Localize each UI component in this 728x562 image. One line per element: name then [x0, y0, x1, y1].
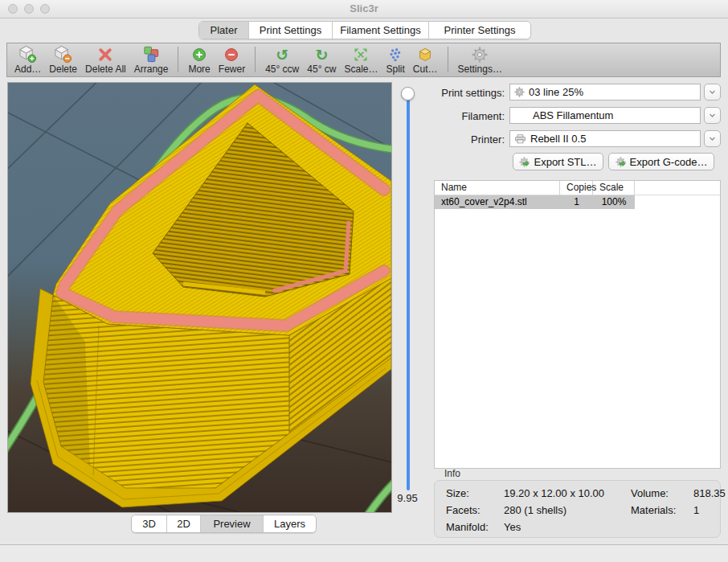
volume-value: 818.35 [693, 487, 726, 499]
info-section-title: Info [444, 468, 460, 479]
manifold-label: Manifold: [446, 521, 504, 533]
materials-value: 1 [693, 504, 726, 516]
object-copies-cell: 1 [560, 195, 593, 209]
status-bar [0, 545, 728, 562]
print-settings-label: Print settings: [434, 84, 505, 101]
viewport-3d[interactable] [8, 83, 391, 512]
object-scale-cell: 100% [593, 195, 635, 209]
scale-icon [353, 45, 369, 64]
scale-button[interactable]: Scale… [340, 43, 382, 75]
printer-combo[interactable]: Rebell II 0.5 [509, 130, 701, 147]
materials-label: Materials: [631, 504, 693, 516]
chevron-down-icon [707, 87, 718, 97]
more-button[interactable]: More [184, 43, 214, 75]
split-button[interactable]: Split [382, 43, 408, 75]
split-icon [387, 45, 403, 64]
toolbar-separator [448, 47, 448, 72]
view-mode-tabs: 3D 2D Preview Layers [131, 515, 317, 533]
printer-label: Printer: [434, 131, 505, 148]
more-icon [191, 45, 207, 64]
printer-icon [514, 134, 526, 144]
column-header-name[interactable]: Name [435, 181, 560, 195]
window-title: Slic3r [0, 0, 728, 18]
cut-icon [417, 45, 433, 64]
column-header-copies[interactable]: Copies [560, 181, 593, 195]
chevron-down-icon [707, 110, 718, 121]
column-header-scale[interactable]: Scale [593, 181, 635, 195]
size-label: Size: [446, 487, 504, 499]
arrange-button[interactable]: Arrange [130, 43, 173, 75]
filament-dropdown-button[interactable] [704, 107, 721, 124]
volume-label: Volume: [631, 487, 693, 499]
tab-plater[interactable]: Plater [199, 22, 249, 39]
object-name-cell: xt60_cover_v2p4.stl [435, 195, 560, 209]
view-tab-layers[interactable]: Layers [264, 515, 316, 532]
facets-label: Facets: [446, 504, 504, 516]
layer-slider-value: 9.95 [391, 492, 424, 504]
export-icon [616, 157, 626, 167]
cut-button[interactable]: Cut… [409, 43, 442, 75]
layer-slider-knob[interactable] [401, 87, 415, 101]
title-bar: Slic3r [0, 0, 728, 18]
toolbar-separator [178, 47, 178, 72]
fewer-icon [223, 45, 239, 64]
tab-filament-settings[interactable]: Filament Settings [333, 22, 429, 39]
tab-print-settings[interactable]: Print Settings [249, 22, 333, 39]
viewport-3d-canvas[interactable] [8, 83, 391, 512]
view-tab-2d[interactable]: 2D [167, 515, 201, 532]
filament-label: Filament: [434, 108, 505, 125]
plater-toolbar: Add… Delete Delete All Arrange More [6, 43, 721, 77]
settings-icon [472, 45, 488, 64]
add-button[interactable]: Add… [10, 43, 45, 75]
delete-all-icon [97, 45, 113, 64]
rotate-cw-button[interactable]: ↻ 45° cw [303, 43, 340, 75]
tab-printer-settings[interactable]: Printer Settings [429, 22, 530, 39]
rotate-ccw-button[interactable]: ↺ 45° ccw [261, 43, 303, 75]
table-row[interactable]: xt60_cover_v2p4.stl 1 100% [435, 195, 720, 209]
arrange-icon [142, 45, 161, 64]
gear-icon [514, 87, 525, 97]
rotate-cw-icon: ↻ [315, 45, 328, 64]
filament-combo[interactable]: ABS Fillamentum [509, 107, 701, 124]
export-gcode-button[interactable]: Export G-code… [608, 153, 714, 170]
rotate-ccw-icon: ↺ [276, 45, 288, 64]
info-panel: Size: 19.20 x 12.00 x 10.00 Volume: 818.… [434, 480, 721, 538]
export-icon [519, 157, 530, 167]
view-tab-3d[interactable]: 3D [132, 515, 167, 532]
size-value: 19.20 x 12.00 x 10.00 [504, 487, 631, 499]
manifold-value: Yes [504, 521, 631, 533]
fewer-button[interactable]: Fewer [215, 43, 249, 75]
objects-table-header: Name Copies Scale [435, 181, 720, 195]
objects-table: Name Copies Scale xt60_cover_v2p4.stl 1 … [434, 180, 721, 469]
delete-button[interactable]: Delete [45, 43, 81, 75]
layer-slider-track[interactable] [407, 91, 410, 490]
facets-value: 280 (1 shells) [504, 504, 631, 516]
print-settings-combo[interactable]: 03 line 25% [509, 84, 701, 101]
main-tab-bar: Plater Print Settings Filament Settings … [198, 21, 531, 39]
chevron-down-icon [707, 133, 718, 144]
print-settings-dropdown-button[interactable] [704, 84, 721, 101]
add-object-icon [18, 45, 37, 64]
export-stl-button[interactable]: Export STL… [513, 153, 603, 170]
toolbar-separator [255, 47, 256, 72]
printer-dropdown-button[interactable] [704, 130, 721, 147]
settings-button[interactable]: Settings… [454, 43, 506, 75]
view-tab-preview[interactable]: Preview [201, 515, 264, 532]
delete-all-button[interactable]: Delete All [81, 43, 130, 75]
delete-object-icon [54, 45, 72, 64]
